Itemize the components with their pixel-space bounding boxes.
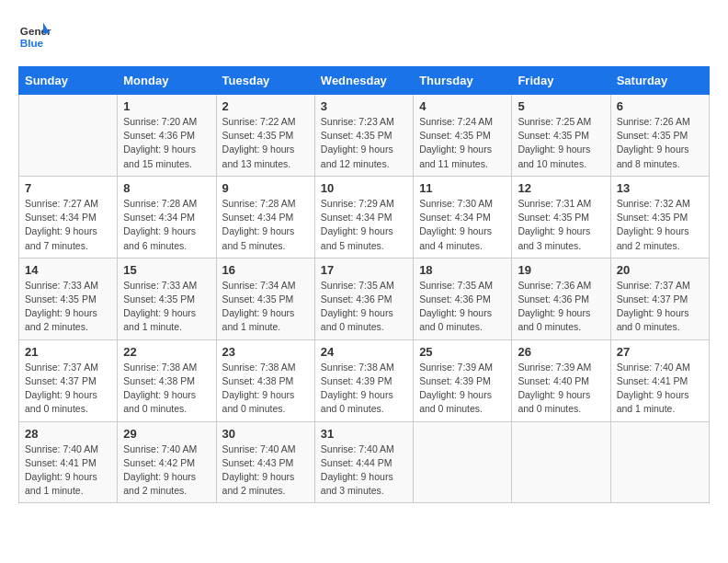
- day-number: 30: [222, 427, 309, 441]
- day-info: Sunrise: 7:40 AM Sunset: 4:44 PM Dayligh…: [321, 442, 407, 499]
- calendar-cell: 19Sunrise: 7:36 AM Sunset: 4:36 PM Dayli…: [512, 258, 610, 339]
- day-info: Sunrise: 7:37 AM Sunset: 4:37 PM Dayligh…: [25, 361, 111, 417]
- day-info: Sunrise: 7:31 AM Sunset: 4:35 PM Dayligh…: [518, 197, 604, 253]
- calendar-cell: 26Sunrise: 7:39 AM Sunset: 4:40 PM Dayli…: [512, 339, 610, 421]
- day-number: 10: [321, 181, 407, 195]
- column-header-saturday: Saturday: [610, 67, 709, 95]
- day-number: 6: [617, 99, 703, 113]
- day-number: 25: [419, 345, 506, 359]
- day-info: Sunrise: 7:33 AM Sunset: 4:35 PM Dayligh…: [123, 279, 210, 335]
- day-info: Sunrise: 7:25 AM Sunset: 4:35 PM Dayligh…: [518, 115, 604, 171]
- column-header-tuesday: Tuesday: [216, 67, 314, 95]
- day-number: 16: [222, 263, 309, 277]
- day-number: 7: [25, 181, 111, 195]
- calendar-cell: 10Sunrise: 7:29 AM Sunset: 4:34 PM Dayli…: [314, 176, 413, 258]
- day-info: Sunrise: 7:20 AM Sunset: 4:36 PM Dayligh…: [123, 115, 210, 171]
- day-number: 20: [617, 263, 703, 277]
- calendar-cell: 4Sunrise: 7:24 AM Sunset: 4:35 PM Daylig…: [414, 95, 512, 177]
- day-info: Sunrise: 7:34 AM Sunset: 4:35 PM Dayligh…: [222, 279, 309, 335]
- day-number: 8: [123, 181, 210, 195]
- day-info: Sunrise: 7:39 AM Sunset: 4:39 PM Dayligh…: [419, 361, 506, 417]
- svg-text:Blue: Blue: [20, 37, 44, 49]
- day-info: Sunrise: 7:30 AM Sunset: 4:34 PM Dayligh…: [419, 197, 506, 253]
- day-info: Sunrise: 7:36 AM Sunset: 4:36 PM Dayligh…: [518, 279, 604, 335]
- calendar-cell: 7Sunrise: 7:27 AM Sunset: 4:34 PM Daylig…: [19, 176, 118, 258]
- day-number: 13: [617, 181, 703, 195]
- day-info: Sunrise: 7:33 AM Sunset: 4:35 PM Dayligh…: [25, 279, 111, 335]
- calendar-cell: 13Sunrise: 7:32 AM Sunset: 4:35 PM Dayli…: [610, 176, 709, 258]
- calendar-cell: 21Sunrise: 7:37 AM Sunset: 4:37 PM Dayli…: [19, 339, 118, 421]
- day-info: Sunrise: 7:32 AM Sunset: 4:35 PM Dayligh…: [617, 197, 703, 253]
- calendar-cell: 24Sunrise: 7:38 AM Sunset: 4:39 PM Dayli…: [314, 339, 413, 421]
- day-number: 19: [518, 263, 604, 277]
- calendar-cell: 30Sunrise: 7:40 AM Sunset: 4:43 PM Dayli…: [216, 421, 314, 503]
- day-info: Sunrise: 7:40 AM Sunset: 4:41 PM Dayligh…: [25, 442, 111, 499]
- day-number: 18: [419, 263, 506, 277]
- day-number: 15: [123, 263, 210, 277]
- day-number: 27: [617, 345, 703, 359]
- calendar-cell: 23Sunrise: 7:38 AM Sunset: 4:38 PM Dayli…: [216, 339, 314, 421]
- day-number: 11: [419, 181, 506, 195]
- calendar-cell: 6Sunrise: 7:26 AM Sunset: 4:35 PM Daylig…: [610, 95, 709, 177]
- day-number: 23: [222, 345, 309, 359]
- calendar-cell: 20Sunrise: 7:37 AM Sunset: 4:37 PM Dayli…: [610, 258, 709, 339]
- day-info: Sunrise: 7:29 AM Sunset: 4:34 PM Dayligh…: [321, 197, 407, 253]
- calendar-week-row: 21Sunrise: 7:37 AM Sunset: 4:37 PM Dayli…: [19, 339, 710, 421]
- column-header-sunday: Sunday: [19, 67, 118, 95]
- day-info: Sunrise: 7:24 AM Sunset: 4:35 PM Dayligh…: [419, 115, 506, 171]
- day-info: Sunrise: 7:35 AM Sunset: 4:36 PM Dayligh…: [419, 279, 506, 335]
- day-number: 12: [518, 181, 604, 195]
- calendar-table: SundayMondayTuesdayWednesdayThursdayFrid…: [18, 66, 710, 503]
- day-info: Sunrise: 7:23 AM Sunset: 4:35 PM Dayligh…: [321, 115, 407, 171]
- calendar-cell: [512, 421, 610, 503]
- day-info: Sunrise: 7:27 AM Sunset: 4:34 PM Dayligh…: [25, 197, 111, 253]
- calendar-cell: 15Sunrise: 7:33 AM Sunset: 4:35 PM Dayli…: [118, 258, 216, 339]
- calendar-cell: 17Sunrise: 7:35 AM Sunset: 4:36 PM Dayli…: [314, 258, 413, 339]
- day-info: Sunrise: 7:26 AM Sunset: 4:35 PM Dayligh…: [617, 115, 703, 171]
- day-number: 28: [25, 427, 111, 441]
- calendar-week-row: 1Sunrise: 7:20 AM Sunset: 4:36 PM Daylig…: [19, 95, 710, 177]
- column-header-thursday: Thursday: [414, 67, 512, 95]
- calendar-cell: 28Sunrise: 7:40 AM Sunset: 4:41 PM Dayli…: [19, 421, 118, 503]
- day-info: Sunrise: 7:38 AM Sunset: 4:38 PM Dayligh…: [123, 361, 210, 417]
- calendar-cell: [19, 95, 118, 177]
- calendar-week-row: 14Sunrise: 7:33 AM Sunset: 4:35 PM Dayli…: [19, 258, 710, 339]
- calendar-week-row: 28Sunrise: 7:40 AM Sunset: 4:41 PM Dayli…: [19, 421, 710, 503]
- calendar-cell: 31Sunrise: 7:40 AM Sunset: 4:44 PM Dayli…: [314, 421, 413, 503]
- logo: General Blue: [18, 18, 55, 52]
- day-number: 5: [518, 99, 604, 113]
- logo-icon: General Blue: [18, 18, 51, 52]
- day-number: 3: [321, 99, 407, 113]
- day-info: Sunrise: 7:35 AM Sunset: 4:36 PM Dayligh…: [321, 279, 407, 335]
- calendar-cell: [610, 421, 709, 503]
- calendar-cell: 25Sunrise: 7:39 AM Sunset: 4:39 PM Dayli…: [414, 339, 512, 421]
- day-number: 22: [123, 345, 210, 359]
- day-info: Sunrise: 7:38 AM Sunset: 4:39 PM Dayligh…: [321, 361, 407, 417]
- column-header-wednesday: Wednesday: [314, 67, 413, 95]
- calendar-cell: [414, 421, 512, 503]
- day-number: 21: [25, 345, 111, 359]
- calendar-cell: 8Sunrise: 7:28 AM Sunset: 4:34 PM Daylig…: [118, 176, 216, 258]
- calendar-cell: 1Sunrise: 7:20 AM Sunset: 4:36 PM Daylig…: [118, 95, 216, 177]
- day-number: 26: [518, 345, 604, 359]
- calendar-cell: 18Sunrise: 7:35 AM Sunset: 4:36 PM Dayli…: [414, 258, 512, 339]
- day-number: 31: [321, 427, 407, 441]
- day-info: Sunrise: 7:37 AM Sunset: 4:37 PM Dayligh…: [617, 279, 703, 335]
- calendar-cell: 9Sunrise: 7:28 AM Sunset: 4:34 PM Daylig…: [216, 176, 314, 258]
- day-info: Sunrise: 7:38 AM Sunset: 4:38 PM Dayligh…: [222, 361, 309, 417]
- day-number: 17: [321, 263, 407, 277]
- calendar-week-row: 7Sunrise: 7:27 AM Sunset: 4:34 PM Daylig…: [19, 176, 710, 258]
- calendar-cell: 3Sunrise: 7:23 AM Sunset: 4:35 PM Daylig…: [314, 95, 413, 177]
- day-number: 14: [25, 263, 111, 277]
- day-info: Sunrise: 7:40 AM Sunset: 4:43 PM Dayligh…: [222, 442, 309, 499]
- day-number: 9: [222, 181, 309, 195]
- page-header: General Blue: [18, 18, 710, 52]
- column-header-monday: Monday: [118, 67, 216, 95]
- day-info: Sunrise: 7:40 AM Sunset: 4:41 PM Dayligh…: [617, 361, 703, 417]
- column-header-friday: Friday: [512, 67, 610, 95]
- day-info: Sunrise: 7:22 AM Sunset: 4:35 PM Dayligh…: [222, 115, 309, 171]
- day-number: 2: [222, 99, 309, 113]
- calendar-cell: 27Sunrise: 7:40 AM Sunset: 4:41 PM Dayli…: [610, 339, 709, 421]
- day-number: 24: [321, 345, 407, 359]
- day-number: 29: [123, 427, 210, 441]
